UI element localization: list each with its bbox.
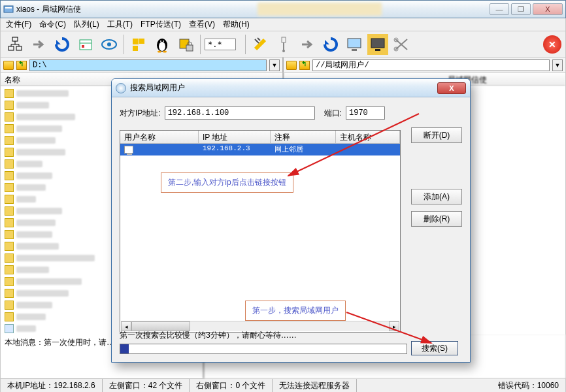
tree-icon[interactable] — [5, 34, 25, 55]
table-row[interactable]: 192.168.2.3 网上邻居 — [120, 144, 400, 155]
up-folder-icon-right[interactable] — [299, 61, 310, 70]
svg-rect-10 — [133, 39, 139, 44]
progress-label: 第一次搜索会比较慢（约3分钟），请耐心等待…… — [120, 330, 297, 341]
annotation-step2: 第二步,输入对方ip后点击链接按钮 — [161, 172, 293, 193]
path-row: ▼ ▼ — [0, 57, 566, 73]
folder-icon[interactable] — [3, 61, 14, 70]
menu-view[interactable]: 查看(V) — [189, 19, 215, 30]
toolbar-divider-3 — [245, 35, 246, 54]
svg-rect-25 — [371, 39, 384, 48]
folder-small-icon — [5, 242, 14, 251]
folder-small-icon — [5, 124, 14, 133]
folder-small-icon — [5, 277, 14, 286]
col-ip[interactable]: IP 地址 — [199, 131, 271, 143]
dropper-icon[interactable] — [273, 34, 294, 55]
svg-rect-7 — [82, 45, 84, 48]
svg-rect-4 — [16, 46, 22, 50]
left-path-dropdown[interactable]: ▼ — [269, 59, 280, 71]
ip-label: 对方IP地址: — [120, 108, 161, 119]
svg-point-17 — [158, 50, 161, 52]
statusbar: 本机IP地址：192.168.2.6 左侧窗口：42 个文件 右侧窗口：0 个文… — [0, 379, 566, 392]
folder-small-icon — [5, 265, 14, 274]
background-window-tab — [258, 3, 382, 16]
left-path-input[interactable] — [29, 59, 267, 71]
scroll-right-button[interactable]: ▸ — [389, 321, 399, 331]
svg-rect-26 — [375, 49, 380, 51]
menubar: 文件(F) 命令(C) 队列(L) 工具(T) FTP传送(T) 查看(V) 帮… — [0, 18, 566, 31]
menu-queue[interactable]: 队列(L) — [74, 19, 99, 30]
svg-rect-0 — [4, 6, 13, 12]
toolbar: ✕ — [0, 31, 566, 57]
refresh-blue-2-icon[interactable] — [320, 34, 341, 55]
windows-icon[interactable] — [128, 34, 149, 55]
svg-rect-21 — [282, 37, 286, 42]
dialog-title: 搜索局域网用户 — [130, 82, 185, 93]
menu-tool[interactable]: 工具(T) — [107, 19, 133, 30]
maximize-button[interactable]: ❐ — [511, 3, 531, 15]
progress-bar — [120, 344, 407, 354]
disconnect-button[interactable]: 断开(D) — [411, 127, 462, 143]
row-ip: 192.168.2.3 — [199, 144, 271, 155]
folder-small-icon — [5, 171, 14, 180]
arrow-right-2-icon[interactable] — [297, 34, 318, 55]
penguin-icon[interactable] — [152, 34, 173, 55]
close-button[interactable]: X — [533, 3, 563, 15]
minimize-button[interactable]: — — [490, 3, 509, 15]
up-folder-icon[interactable] — [16, 61, 27, 70]
svg-point-16 — [163, 41, 164, 42]
svg-rect-24 — [352, 49, 357, 51]
add-button[interactable]: 添加(A) — [411, 189, 462, 204]
delete-button[interactable]: 删除(R) — [411, 211, 462, 227]
lock-server-icon[interactable] — [175, 34, 196, 55]
scissors-icon[interactable] — [391, 34, 412, 55]
monitor-yellow-icon[interactable] — [367, 34, 388, 55]
svg-rect-20 — [186, 45, 193, 51]
svg-rect-12 — [133, 46, 138, 51]
monitor-icon[interactable] — [344, 34, 365, 55]
calendar-icon[interactable] — [75, 34, 96, 55]
col-note[interactable]: 注释 — [271, 131, 336, 143]
ip-input[interactable] — [165, 106, 315, 120]
dialog-close-button[interactable]: X — [437, 82, 466, 94]
menu-help[interactable]: 帮助(H) — [223, 19, 250, 30]
folder-small-icon — [5, 159, 14, 169]
svg-point-18 — [163, 50, 167, 52]
folder-small-icon — [5, 195, 14, 204]
svg-rect-5 — [80, 40, 92, 50]
port-input[interactable] — [346, 106, 385, 120]
annotation-step1: 第一步，搜索局域网用户 — [245, 301, 346, 321]
search-button[interactable]: 搜索(S) — [411, 341, 458, 355]
col-host[interactable]: 主机名称 — [336, 131, 400, 143]
svg-rect-23 — [348, 39, 361, 48]
col-user[interactable]: 用户名称 — [120, 131, 199, 143]
folder-icon-right[interactable] — [286, 61, 297, 70]
svg-rect-3 — [8, 46, 14, 50]
app-icon — [3, 4, 14, 14]
pc-icon — [124, 146, 133, 154]
status-ip: 本机IP地址：192.168.2.6 — [1, 379, 103, 392]
plug-icon[interactable] — [250, 34, 271, 55]
toolbar-divider — [124, 35, 124, 54]
arrow-right-icon[interactable] — [28, 34, 49, 55]
main-titlebar: xiaos - 局域网信使 — ❐ X — [0, 0, 566, 18]
svg-rect-1 — [5, 7, 12, 8]
dialog-titlebar[interactable]: 搜索局域网用户 X — [112, 79, 470, 97]
menu-cmd[interactable]: 命令(C) — [39, 19, 66, 30]
stop-icon[interactable]: ✕ — [543, 35, 561, 54]
right-path-input[interactable] — [312, 59, 550, 71]
dialog-icon — [116, 83, 126, 93]
folder-small-icon — [5, 136, 14, 145]
svg-rect-11 — [139, 39, 144, 44]
menu-file[interactable]: 文件(F) — [6, 19, 31, 30]
eye-icon[interactable] — [99, 34, 120, 55]
port-label: 端口: — [324, 108, 342, 119]
menu-ftp[interactable]: FTP传送(T) — [141, 19, 181, 30]
refresh-blue-icon[interactable] — [52, 34, 73, 55]
folder-small-icon — [5, 206, 14, 216]
folder-small-icon — [5, 218, 14, 227]
right-path-dropdown[interactable]: ▼ — [552, 59, 563, 71]
folder-small-icon — [5, 301, 14, 310]
svg-point-15 — [160, 41, 161, 42]
status-leftwin: 左侧窗口：42 个文件 — [103, 379, 190, 392]
filter-mask-input[interactable] — [205, 39, 236, 50]
